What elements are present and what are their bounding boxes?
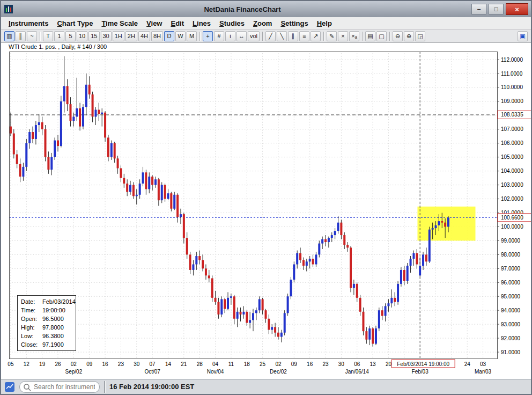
close-button[interactable]: × — [506, 3, 528, 15]
x-day-label: 16 — [307, 361, 313, 367]
menu-item-lines[interactable]: Lines — [188, 18, 215, 28]
candle — [356, 282, 358, 302]
minimize-button[interactable]: – — [471, 4, 486, 14]
trendline-button[interactable]: ╱ — [265, 31, 276, 41]
menu-item-studies[interactable]: Studies — [215, 18, 249, 28]
menu-item-help[interactable]: Help — [313, 18, 336, 28]
x-day-label: 02 — [71, 361, 77, 367]
timeframe-10-button[interactable]: 10 — [77, 31, 87, 41]
line-style-button[interactable]: ~ — [27, 31, 37, 41]
candle — [79, 103, 81, 131]
candle — [60, 96, 62, 148]
candle — [324, 235, 327, 246]
chart-area: WTI Crude 1. pos. , Daily, # 140 / 300 9… — [1, 43, 531, 379]
status-datetime: 16 Feb 2014 19:00:00 EST — [109, 383, 194, 391]
price-chart[interactable]: 91.000092.000093.000094.000095.000096.00… — [1, 43, 532, 379]
candle — [126, 179, 128, 196]
delete-all-lines-button[interactable]: ×ₐ — [349, 31, 359, 41]
candle — [302, 258, 305, 270]
candle — [104, 111, 106, 142]
info-button[interactable]: i — [225, 31, 235, 41]
print-button[interactable]: ▤ — [365, 31, 375, 41]
candle — [164, 184, 166, 202]
timeframe-daily-button[interactable]: D — [164, 31, 174, 41]
grid-button[interactable]: # — [214, 31, 224, 41]
candle — [309, 256, 311, 268]
candle — [101, 108, 103, 127]
candle — [365, 327, 367, 343]
x-day-label: 14 — [165, 361, 172, 367]
volume-button[interactable]: vol — [248, 31, 260, 41]
y-tick-label: 103.0000 — [501, 182, 523, 188]
fibonacci-button[interactable]: ≡ — [299, 31, 309, 41]
timeframe-4h-button[interactable]: 4H — [138, 31, 150, 41]
candle — [240, 308, 242, 321]
arrow-tool-button[interactable]: ↗ — [311, 31, 321, 41]
zoom-in-button[interactable]: ⊕ — [404, 31, 414, 41]
menu-item-chart-type[interactable]: Chart Type — [53, 18, 97, 28]
candle — [268, 314, 270, 334]
y-tick-label: 102.0000 — [501, 196, 523, 202]
candle — [57, 135, 59, 151]
delete-line-button[interactable]: × — [338, 31, 348, 41]
maximize-button[interactable]: □ — [489, 4, 504, 14]
x-day-label: 20 — [386, 361, 392, 367]
search-input[interactable] — [19, 381, 100, 393]
candle — [94, 107, 97, 125]
highlight-box[interactable] — [417, 207, 475, 241]
candle — [142, 167, 144, 186]
candle — [139, 179, 141, 199]
menu-item-settings[interactable]: Settings — [276, 18, 312, 28]
ray-line-button[interactable]: ╲ — [277, 31, 287, 41]
x-day-label: 24 — [464, 361, 471, 367]
candle — [328, 237, 330, 248]
zoom-out-button[interactable]: ⊖ — [393, 31, 403, 41]
instrument-list-icon[interactable] — [4, 382, 15, 392]
timeframe-1h-button[interactable]: 1H — [113, 31, 124, 41]
title-bar[interactable]: NetDania FinanceChart – □ × — [1, 1, 531, 17]
timeframe-1-button[interactable]: 1 — [54, 31, 64, 41]
candle — [397, 281, 399, 305]
candle — [66, 79, 69, 111]
candle — [233, 295, 235, 325]
candle — [312, 254, 314, 267]
candlestick-style-button[interactable]: ║ — [16, 31, 26, 41]
menu-item-time-scale[interactable]: Time Scale — [97, 18, 142, 28]
x-day-label: 16 — [102, 361, 109, 367]
menu-item-instruments[interactable]: Instruments — [4, 18, 53, 28]
timeframe-8h-button[interactable]: 8H — [151, 31, 163, 41]
candle — [381, 306, 383, 320]
x-day-label: 23 — [322, 361, 329, 367]
zoom-area-button[interactable]: ◲ — [415, 31, 425, 41]
candle — [416, 249, 418, 268]
x-month-label: Sep/02 — [65, 369, 83, 375]
menu-item-zoom[interactable]: Zoom — [249, 18, 276, 28]
candle — [63, 56, 65, 113]
bar-style-button[interactable]: ▥ — [4, 31, 14, 41]
timeframe-30-button[interactable]: 30 — [101, 31, 112, 41]
timeframe-monthly-button[interactable]: M — [187, 31, 197, 41]
candle — [274, 323, 276, 337]
candle — [255, 308, 257, 320]
timeframe-2h-button[interactable]: 2H — [125, 31, 137, 41]
timeframe-15-button[interactable]: 15 — [88, 31, 99, 41]
edit-lines-button[interactable]: ✎ — [327, 31, 337, 41]
timeframe-tick-button[interactable]: T — [43, 31, 53, 41]
menu-item-edit[interactable]: Edit — [167, 18, 189, 28]
search-field[interactable] — [19, 381, 100, 393]
popout-button[interactable]: ▣ — [518, 31, 528, 41]
x-day-label: 09 — [291, 361, 298, 367]
print-preview-button[interactable]: ▢ — [376, 31, 387, 41]
toolbar-separator — [323, 32, 324, 41]
x-month-label: Mar/03 — [475, 369, 492, 375]
crosshair-button[interactable]: + — [203, 31, 213, 41]
channel-button[interactable]: ∥ — [288, 31, 298, 41]
candle — [198, 251, 201, 265]
menu-item-view[interactable]: View — [142, 18, 166, 28]
candle — [277, 327, 279, 339]
candle — [76, 78, 78, 121]
timeframe-weekly-button[interactable]: W — [175, 31, 186, 41]
scale-button[interactable]: ↔ — [237, 31, 247, 41]
candle — [92, 92, 94, 122]
timeframe-5-button[interactable]: 5 — [65, 31, 76, 41]
